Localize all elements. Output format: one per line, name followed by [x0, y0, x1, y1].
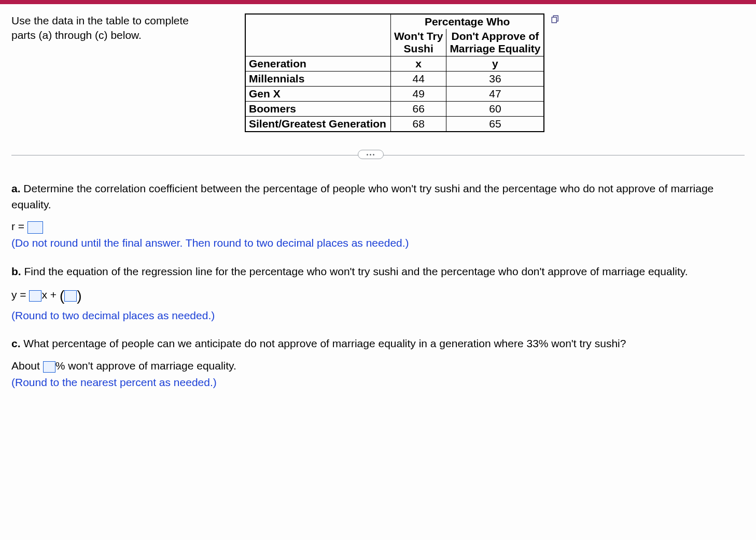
y-var-label: y	[446, 56, 544, 72]
table-row: Gen X 49 47	[245, 87, 544, 102]
slope-input[interactable]	[29, 290, 41, 302]
row-label: Silent/Greatest Generation	[245, 117, 390, 132]
part-b-hint: (Round to two decimal places as needed.)	[11, 308, 745, 323]
part-b-answer: y = x + ()	[11, 286, 745, 307]
top-accent-bar	[0, 0, 756, 4]
top-row: Use the data in the table to complete pa…	[11, 13, 745, 132]
percent-input[interactable]	[43, 361, 55, 373]
page-content: Use the data in the table to complete pa…	[0, 4, 756, 419]
part-a: a. Determine the correlation coefficient…	[11, 181, 745, 251]
row-label: Millennials	[245, 72, 390, 87]
part-c-text: c. What percentage of people can we anti…	[11, 336, 745, 351]
intercept-input[interactable]	[64, 290, 77, 302]
part-c-hint: (Round to the nearest percent as needed.…	[11, 375, 745, 390]
col1-top: Won't Try	[394, 30, 443, 42]
row-label: Gen X	[245, 87, 390, 102]
cell-y: 65	[446, 117, 544, 132]
row-label: Boomers	[245, 102, 390, 117]
part-b-text: b. Find the equation of the regression l…	[11, 264, 745, 279]
table-span-header: Percentage Who	[390, 14, 544, 29]
about-text: About	[11, 360, 40, 372]
open-paren: (	[60, 288, 64, 304]
part-b-body: Find the equation of the regression line…	[21, 265, 688, 277]
row-label-text: Silent/Greatest Generation	[249, 118, 386, 130]
col2-bot: Marriage Equality	[450, 42, 540, 54]
problem-prompt: Use the data in the table to complete pa…	[11, 13, 208, 43]
part-c-label: c.	[11, 337, 21, 349]
x-plus: x +	[41, 289, 57, 301]
data-table-wrap: Percentage Who Won't Try Sushi Don't App…	[245, 13, 544, 132]
cell-y: 60	[446, 102, 544, 117]
close-paren: )	[77, 288, 81, 304]
expand-pill-button[interactable]	[358, 150, 384, 159]
cell-x: 44	[390, 72, 446, 87]
row-header-generation: Generation	[245, 56, 390, 72]
part-a-hint: (Do not round until the final answer. Th…	[11, 235, 745, 251]
table-row: Silent/Greatest Generation 68 65	[245, 117, 544, 132]
col2-header: Don't Approve of Marriage Equality	[446, 29, 544, 56]
svg-rect-1	[552, 17, 557, 23]
cell-y: 36	[446, 72, 544, 87]
col1-bot: Sushi	[404, 42, 433, 54]
part-a-body: Determine the correlation coefficient be…	[11, 182, 713, 210]
part-a-label: a.	[11, 182, 21, 194]
x-var-label: x	[390, 56, 446, 72]
copy-table-icon[interactable]	[551, 15, 560, 24]
cell-x: 68	[390, 117, 446, 132]
post-text: % won't approve of marriage equality.	[55, 360, 236, 372]
r-equals: r =	[11, 220, 24, 232]
part-a-text: a. Determine the correlation coefficient…	[11, 181, 745, 212]
cell-x: 49	[390, 87, 446, 102]
y-equals: y =	[11, 289, 26, 301]
cell-y: 47	[446, 87, 544, 102]
col1-header: Won't Try Sushi	[390, 29, 446, 56]
part-a-answer: r =	[11, 219, 745, 234]
table-row: Boomers 66 60	[245, 102, 544, 117]
table-row: Millennials 44 36	[245, 72, 544, 87]
part-b: b. Find the equation of the regression l…	[11, 264, 745, 323]
section-divider	[11, 150, 745, 160]
r-input[interactable]	[27, 221, 43, 234]
part-c-body: What percentage of people can we anticip…	[21, 337, 626, 349]
part-c-answer: About % won't approve of marriage equali…	[11, 358, 745, 374]
table-corner	[245, 14, 390, 56]
part-c: c. What percentage of people can we anti…	[11, 336, 745, 390]
cell-x: 66	[390, 102, 446, 117]
part-b-label: b.	[11, 265, 21, 277]
data-table: Percentage Who Won't Try Sushi Don't App…	[245, 13, 544, 132]
col2-top: Don't Approve of	[452, 30, 539, 42]
